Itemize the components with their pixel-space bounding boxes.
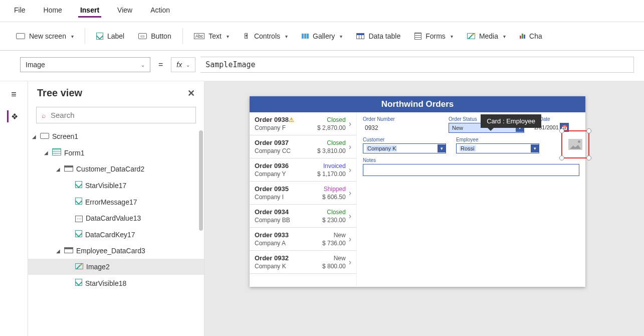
order-company: Company BB <box>255 217 290 224</box>
gallery-button[interactable]: Gallery ▾ <box>295 29 349 43</box>
order-company: Company CC <box>255 147 291 154</box>
order-amount: $ 3,810.00 <box>317 147 346 154</box>
scrollbar-thumb[interactable] <box>199 130 203 231</box>
tree-item-label: Image2 <box>86 263 110 271</box>
close-button[interactable]: ✕ <box>187 88 195 99</box>
separator <box>85 28 85 44</box>
tree-item-starvisible17[interactable]: StarVisible17 <box>28 177 204 194</box>
menu-action[interactable]: Action <box>148 4 172 18</box>
text-button[interactable]: Abc Text ▾ <box>187 29 236 43</box>
formula-input[interactable]: SampleImage <box>200 57 634 73</box>
card-tooltip: Card : Employee <box>481 114 541 128</box>
formula-bar: Image ⌄ = fx ⌄ SampleImage <box>0 51 644 81</box>
menu-view[interactable]: View <box>115 4 134 18</box>
button-button[interactable]: ▭ Button <box>131 29 178 43</box>
order-row[interactable]: Order 0933NewCompany A$ 736.00› <box>250 228 356 251</box>
order-status: Closed <box>327 209 345 216</box>
tree-item-starvisible18[interactable]: StarVisible18 <box>28 275 204 291</box>
menu-home[interactable]: Home <box>42 4 64 18</box>
button-icon: ▭ <box>138 33 147 39</box>
chevron-down-icon: ▾ <box>438 144 446 152</box>
property-selector[interactable]: Image ⌄ <box>20 57 150 72</box>
order-number: Order 0935 <box>255 185 289 193</box>
selection-handles[interactable] <box>560 129 590 159</box>
tree-item-customer_datacard2[interactable]: ◢Customer_DataCard2 <box>28 161 204 177</box>
tree-item-form1[interactable]: ◢Form1 <box>28 144 204 161</box>
order-row[interactable]: Order 0932NewCompany K$ 800.00› <box>250 251 356 274</box>
caret-icon: ◢ <box>32 134 37 139</box>
form-icon <box>414 33 421 40</box>
order-number-value: 0932 <box>363 123 439 133</box>
media-icon <box>467 33 475 39</box>
tree-item-employee_datacard3[interactable]: ◢Employee_DataCard3 <box>28 243 204 259</box>
app-preview: Northwind Orders Order 0938⚠ClosedCompan… <box>250 96 585 287</box>
forms-button[interactable]: Forms ▾ <box>407 29 460 43</box>
screen-icon <box>16 33 25 39</box>
edit-icon <box>75 181 82 190</box>
media-button[interactable]: Media ▾ <box>460 29 513 43</box>
chevron-down-icon: ▾ <box>531 144 539 152</box>
tree-item-screen1[interactable]: ◢Screen1 <box>28 128 204 144</box>
chevron-down-icon: ▾ <box>227 34 229 39</box>
tree-item-label: DataCardValue13 <box>86 214 141 222</box>
tree-item-datacardvalue13[interactable]: ⋯DataCardValue13 <box>28 210 204 226</box>
customer-dropdown[interactable]: Company K ▾ <box>363 143 446 153</box>
order-company: Company A <box>255 240 286 247</box>
order-row[interactable]: Order 0934ClosedCompany BB$ 230.00› <box>250 205 356 228</box>
chevron-right-icon: › <box>346 165 351 175</box>
caret-icon: ◢ <box>56 166 61 172</box>
tree-item-label: Screen1 <box>52 132 78 140</box>
employee-dropdown[interactable]: Rossi ▾ <box>456 143 539 153</box>
image2-control[interactable] <box>561 130 589 158</box>
order-row[interactable]: Order 0938⚠ClosedCompany F$ 2,870.00› <box>250 112 356 135</box>
menu-insert[interactable]: Insert <box>78 4 101 18</box>
tree-item-label: Employee_DataCard3 <box>76 247 145 255</box>
table-icon <box>356 33 364 39</box>
tree-item-datacardkey17[interactable]: DataCardKey17 <box>28 226 204 243</box>
order-status: Closed <box>327 139 345 146</box>
tree-item-label: Customer_DataCard2 <box>76 165 144 173</box>
chevron-down-icon: ⌄ <box>141 62 145 68</box>
label-button[interactable]: Label <box>89 29 131 43</box>
warning-icon: ⚠ <box>289 116 294 123</box>
search-box[interactable]: ⌕ <box>36 107 196 123</box>
order-number: Order 0934 <box>255 208 289 216</box>
charts-button[interactable]: Cha <box>513 29 549 43</box>
caret-icon: ◢ <box>56 248 61 254</box>
ribbon: New screen ▾ Label ▭ Button Abc Text ▾ 🎚… <box>0 22 644 51</box>
chevron-right-icon: › <box>346 235 351 244</box>
search-input[interactable] <box>50 110 190 120</box>
fx-button[interactable]: fx ⌄ <box>171 57 195 72</box>
controls-button[interactable]: 🎚 Controls ▾ <box>236 29 295 43</box>
notes-input[interactable] <box>363 164 579 176</box>
order-row[interactable]: Order 0937ClosedCompany CC$ 3,810.00› <box>250 135 356 158</box>
order-status: Shipped <box>324 186 346 193</box>
menu-file[interactable]: File <box>12 4 28 18</box>
hamburger-button[interactable]: ≡ <box>8 88 20 100</box>
form-icon <box>52 148 61 157</box>
tree-item-errormessage17[interactable]: ErrorMessage17 <box>28 194 204 210</box>
employee-value: Rossi <box>460 145 476 151</box>
canvas[interactable]: Northwind Orders Order 0938⚠ClosedCompan… <box>204 81 644 336</box>
chevron-down-icon: ▾ <box>340 34 342 39</box>
card-icon <box>64 247 73 255</box>
tree-view-button[interactable]: ❖ <box>7 110 19 122</box>
order-row[interactable]: Order 0936InvoicedCompany Y$ 1,170.00› <box>250 158 356 182</box>
tree-header: Tree view ✕ <box>28 81 204 105</box>
tree-panel: Tree view ✕ ⌕ ◢Screen1◢Form1◢Customer_Da… <box>28 81 204 336</box>
menubar: File Home Insert View Action <box>0 0 644 22</box>
detail-panel: Order Number 0932 Order Status New ▾ id … <box>357 112 585 286</box>
layers-icon: ❖ <box>11 112 18 121</box>
data-table-button[interactable]: Data table <box>349 29 407 43</box>
order-row[interactable]: Order 0935ShippedCompany I$ 606.50› <box>250 182 356 205</box>
chart-icon <box>520 34 525 39</box>
card-icon <box>64 165 73 173</box>
order-amount: $ 2,870.00 <box>317 124 346 131</box>
new-screen-button[interactable]: New screen ▾ <box>9 29 81 43</box>
tree-item-image2[interactable]: Image2 <box>28 259 204 275</box>
order-status: New <box>334 255 346 262</box>
order-amount: $ 800.00 <box>322 263 346 270</box>
customer-label: Customer <box>363 137 446 142</box>
order-amount: $ 230.00 <box>322 217 346 224</box>
main-area: ≡ ❖ Tree view ✕ ⌕ ◢Screen1◢Form1◢Custome… <box>0 81 644 336</box>
